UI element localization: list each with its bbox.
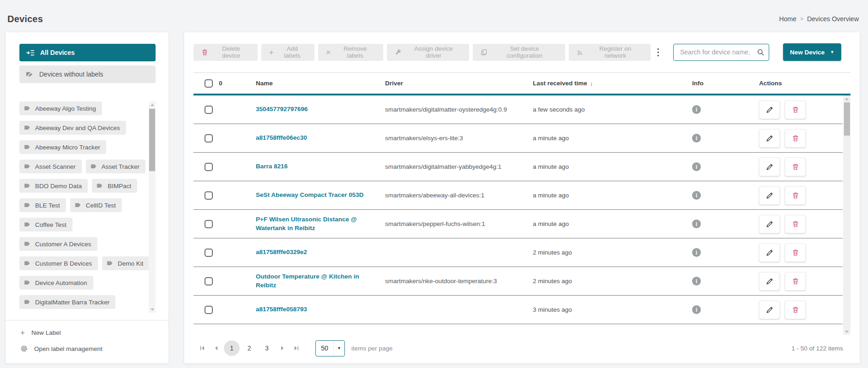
tag-icon (24, 222, 31, 227)
page-button-1[interactable]: 1 (224, 340, 240, 356)
add-labels-button[interactable]: Add labels (261, 44, 314, 61)
open-label-management-button[interactable]: Open label management (19, 345, 156, 352)
info-icon[interactable] (692, 191, 701, 200)
row-checkbox[interactable] (205, 277, 213, 285)
last-received-time: a minute ago (533, 192, 692, 199)
select-all-checkbox[interactable] (205, 79, 213, 88)
column-header-name[interactable]: Name (256, 80, 385, 87)
previous-page-button[interactable] (209, 341, 223, 355)
label-chip[interactable]: DigitalMatter Barra Tracker (19, 295, 115, 309)
device-name-link[interactable]: Barra 8216 (256, 162, 385, 171)
scroll-down-icon[interactable] (843, 328, 850, 335)
device-name-link[interactable]: SeSt Abeeway Compact Tracer 053D (256, 191, 385, 199)
column-header-last-received[interactable]: Last received time (533, 80, 692, 87)
row-checkbox[interactable] (205, 306, 213, 314)
set-device-configuration-button[interactable]: Set device configuration (473, 44, 566, 61)
delete-device-row-button[interactable] (785, 301, 806, 319)
scroll-up-icon[interactable] (149, 101, 156, 108)
delete-device-row-button[interactable] (785, 129, 806, 148)
configuration-icon (481, 49, 488, 56)
scroll-down-icon[interactable] (149, 306, 156, 313)
breadcrumb-separator-icon: > (800, 16, 803, 22)
edit-device-button[interactable] (759, 272, 780, 291)
first-page-icon (199, 345, 205, 351)
edit-device-button[interactable] (759, 215, 780, 233)
register-on-network-button[interactable]: Register on network (569, 44, 651, 61)
row-checkbox[interactable] (205, 249, 213, 257)
items-per-page-select[interactable]: 50 (315, 340, 345, 356)
label-chip[interactable]: Abeeway Algo Testing (19, 101, 102, 115)
last-page-button[interactable] (289, 341, 303, 355)
table-scrollbar-thumb[interactable] (844, 102, 850, 136)
last-received-time: a minute ago (533, 220, 692, 227)
edit-device-button[interactable] (759, 129, 780, 148)
label-chip[interactable]: Demo Kit (102, 256, 150, 270)
sidebar-item-all-devices[interactable]: All Devices (19, 44, 156, 61)
x-icon (326, 48, 331, 56)
edit-device-button[interactable] (759, 243, 780, 262)
label-chip[interactable]: BIMPact (92, 179, 137, 193)
info-icon[interactable] (692, 220, 701, 228)
edit-device-button[interactable] (759, 101, 780, 119)
device-name-link[interactable]: a81758fffe0329e2 (256, 248, 385, 256)
more-options-button[interactable] (654, 46, 662, 59)
sidebar-scrollbar-thumb[interactable] (149, 109, 155, 171)
row-checkbox[interactable] (205, 191, 213, 200)
delete-device-row-button[interactable] (785, 215, 806, 233)
first-page-button[interactable] (195, 341, 209, 355)
sidebar-item-devices-without-labels[interactable]: Devices without labels (19, 65, 156, 83)
assign-device-driver-button[interactable]: Assign device driver (387, 44, 469, 61)
label-chip-text: BIMPact (108, 183, 131, 190)
info-icon[interactable] (692, 134, 701, 142)
device-name-link[interactable]: a81758fffe058793 (256, 305, 385, 314)
delete-device-row-button[interactable] (785, 186, 806, 205)
new-label-button[interactable]: New Label (19, 329, 156, 337)
label-chip[interactable]: Customer A Devices (19, 237, 97, 251)
edit-device-button[interactable] (759, 158, 780, 176)
delete-device-row-button[interactable] (785, 243, 806, 262)
label-chip[interactable]: Customer B Devices (19, 256, 98, 270)
label-chip[interactable]: Abeeway Dev and QA Devices (19, 121, 126, 135)
row-checkbox[interactable] (205, 134, 213, 142)
row-checkbox[interactable] (205, 220, 213, 228)
device-name-link[interactable]: 350457792797696 (256, 105, 385, 113)
remove-labels-button[interactable]: Remove labels (318, 44, 383, 61)
info-icon[interactable] (692, 277, 701, 285)
label-chip[interactable]: BDO Demo Data (19, 179, 88, 193)
edit-device-button[interactable] (759, 301, 780, 319)
row-checkbox[interactable] (205, 163, 213, 171)
label-chip[interactable]: Asset Tracker (86, 160, 146, 173)
trash-icon (792, 135, 799, 142)
next-page-button[interactable] (276, 341, 289, 355)
table-scrollbar[interactable] (843, 95, 850, 335)
new-device-button[interactable]: New Device (783, 43, 841, 61)
column-header-driver[interactable]: Driver (385, 80, 533, 87)
scroll-up-icon[interactable] (843, 95, 850, 102)
delete-device-row-button[interactable] (785, 158, 806, 176)
label-chip[interactable]: Abeeway Micro Tracker (19, 140, 106, 154)
page-button-2[interactable]: 2 (241, 340, 257, 356)
delete-device-button[interactable]: Delete device (193, 44, 258, 61)
sidebar-scrollbar[interactable] (149, 101, 156, 313)
label-chip[interactable]: Device Automation (19, 276, 93, 290)
delete-device-row-button[interactable] (785, 101, 806, 119)
device-name-link[interactable]: a81758fffe06ec30 (256, 134, 385, 142)
label-chip[interactable]: Asset Scanner (19, 160, 82, 173)
label-chip[interactable]: BLE Test (19, 198, 66, 212)
device-name-link[interactable]: Outdoor Temperature @ Kitchen in Reibitz (256, 273, 385, 289)
info-icon[interactable] (692, 105, 701, 114)
row-checkbox[interactable] (205, 106, 213, 114)
page-button-3[interactable]: 3 (259, 340, 275, 356)
label-chip[interactable]: Coffee Test (19, 218, 72, 231)
search-icon (757, 48, 765, 58)
breadcrumb-home[interactable]: Home (779, 15, 796, 23)
edit-device-button[interactable] (759, 186, 780, 205)
search-input[interactable] (673, 44, 769, 61)
delete-device-row-button[interactable] (785, 272, 806, 291)
info-icon[interactable] (692, 305, 701, 314)
info-icon[interactable] (692, 162, 701, 171)
info-icon[interactable] (692, 248, 701, 257)
device-name-link[interactable]: P+F Wilsen Ultrasonic Distance @ Waterta… (256, 215, 385, 232)
label-chip[interactable]: CellID Test (70, 198, 122, 212)
button-label: Register on network (588, 45, 643, 59)
